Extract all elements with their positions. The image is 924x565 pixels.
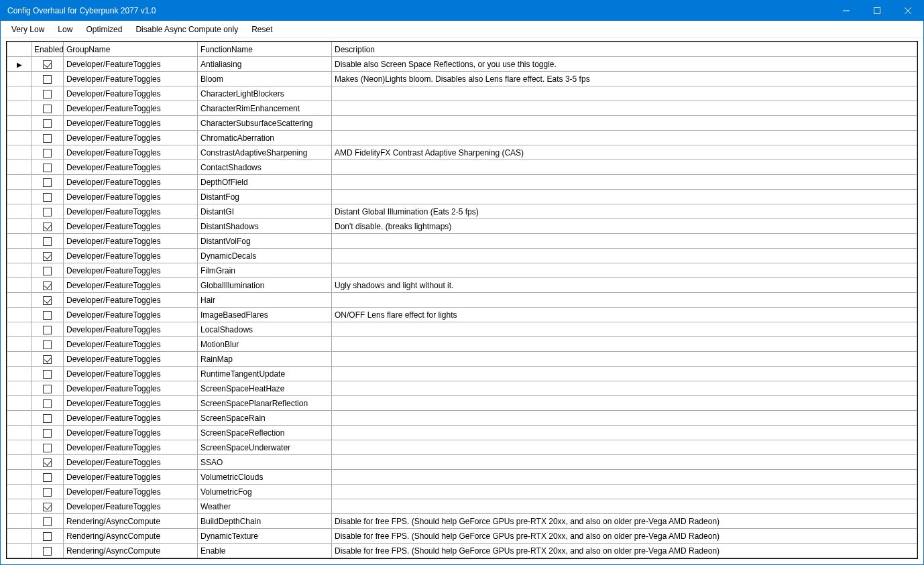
group-cell[interactable]: Developer/FeatureToggles xyxy=(64,352,198,367)
description-cell[interactable] xyxy=(332,499,917,514)
description-cell[interactable] xyxy=(332,396,917,411)
description-cell[interactable] xyxy=(332,322,917,337)
group-cell[interactable]: Developer/FeatureToggles xyxy=(64,86,198,101)
function-cell[interactable]: ScreenSpaceReflection xyxy=(198,426,332,440)
group-cell[interactable]: Developer/FeatureToggles xyxy=(64,381,198,396)
description-cell[interactable] xyxy=(332,263,917,278)
row-marker-cell[interactable] xyxy=(7,263,32,278)
table-row[interactable]: Developer/FeatureTogglesScreenSpaceUnder… xyxy=(7,440,917,455)
row-marker-cell[interactable] xyxy=(7,485,32,499)
row-marker-cell[interactable] xyxy=(7,455,32,470)
group-cell[interactable]: Developer/FeatureToggles xyxy=(64,131,198,145)
enabled-cell[interactable] xyxy=(32,367,64,381)
row-marker-cell[interactable] xyxy=(7,337,32,352)
enabled-cell[interactable] xyxy=(32,57,64,72)
group-cell[interactable]: Developer/FeatureToggles xyxy=(64,455,198,470)
description-cell[interactable] xyxy=(332,367,917,381)
table-row[interactable]: Developer/FeatureTogglesCharacterSubsurf… xyxy=(7,116,917,131)
enabled-checkbox[interactable] xyxy=(43,208,52,216)
description-cell[interactable]: Disable also Screen Space Reflections, o… xyxy=(332,57,917,72)
table-row[interactable]: Developer/FeatureTogglesContactShadows xyxy=(7,160,917,175)
description-cell[interactable]: Disable for free FPS. (Should help GeFor… xyxy=(332,529,917,544)
enabled-checkbox[interactable] xyxy=(43,252,52,261)
row-marker-cell[interactable] xyxy=(7,190,32,204)
table-row[interactable]: Developer/FeatureTogglesConstrastAdaptiv… xyxy=(7,145,917,160)
enabled-checkbox[interactable] xyxy=(43,311,52,320)
row-marker-cell[interactable] xyxy=(7,396,32,411)
group-cell[interactable]: Developer/FeatureToggles xyxy=(64,160,198,175)
enabled-checkbox[interactable] xyxy=(43,444,52,452)
row-marker-cell[interactable] xyxy=(7,293,32,308)
table-row[interactable]: Developer/FeatureTogglesDepthOfField xyxy=(7,175,917,190)
enabled-checkbox[interactable] xyxy=(43,281,52,290)
description-cell[interactable] xyxy=(332,381,917,396)
description-cell[interactable] xyxy=(332,352,917,367)
enabled-cell[interactable] xyxy=(32,396,64,411)
row-marker-cell[interactable] xyxy=(7,470,32,485)
group-cell[interactable]: Developer/FeatureToggles xyxy=(64,411,198,426)
function-cell[interactable]: LocalShadows xyxy=(198,322,332,337)
header-marker[interactable] xyxy=(7,42,32,57)
enabled-cell[interactable] xyxy=(32,352,64,367)
function-cell[interactable]: DistantVolFog xyxy=(198,234,332,249)
function-cell[interactable]: SSAO xyxy=(198,455,332,470)
header-description[interactable]: Description xyxy=(332,42,917,57)
row-marker-cell[interactable] xyxy=(7,101,32,116)
row-marker-cell[interactable] xyxy=(7,322,32,337)
enabled-checkbox[interactable] xyxy=(43,458,52,467)
enabled-cell[interactable] xyxy=(32,116,64,131)
enabled-cell[interactable] xyxy=(32,455,64,470)
row-marker-cell[interactable] xyxy=(7,529,32,544)
enabled-cell[interactable] xyxy=(32,470,64,485)
description-cell[interactable] xyxy=(332,160,917,175)
description-cell[interactable] xyxy=(332,440,917,455)
row-marker-cell[interactable] xyxy=(7,204,32,219)
description-cell[interactable] xyxy=(332,426,917,440)
description-cell[interactable] xyxy=(332,234,917,249)
group-cell[interactable]: Developer/FeatureToggles xyxy=(64,440,198,455)
function-cell[interactable]: CharacterLightBlockers xyxy=(198,86,332,101)
description-cell[interactable]: AMD FidelityFX Contrast Adaptive Sharpen… xyxy=(332,145,917,160)
table-row[interactable]: ▶Developer/FeatureTogglesAntialiasingDis… xyxy=(7,57,917,72)
menu-low[interactable]: Low xyxy=(51,22,79,37)
group-cell[interactable]: Developer/FeatureToggles xyxy=(64,322,198,337)
enabled-cell[interactable] xyxy=(32,131,64,145)
function-cell[interactable]: ImageBasedFlares xyxy=(198,308,332,322)
group-cell[interactable]: Rendering/AsyncCompute xyxy=(64,529,198,544)
group-cell[interactable]: Developer/FeatureToggles xyxy=(64,485,198,499)
function-cell[interactable]: DynamicDecals xyxy=(198,249,332,263)
row-marker-cell[interactable] xyxy=(7,514,32,529)
description-cell[interactable] xyxy=(332,131,917,145)
description-cell[interactable]: Distant Global Illumination (Eats 2-5 fp… xyxy=(332,204,917,219)
enabled-cell[interactable] xyxy=(32,440,64,455)
enabled-checkbox[interactable] xyxy=(43,547,52,556)
function-cell[interactable]: Hair xyxy=(198,293,332,308)
enabled-checkbox[interactable] xyxy=(43,429,52,438)
function-cell[interactable]: BuildDepthChain xyxy=(198,514,332,529)
table-row[interactable]: Developer/FeatureTogglesWeather xyxy=(7,499,917,514)
enabled-checkbox[interactable] xyxy=(43,60,52,69)
menu-optimized[interactable]: Optimized xyxy=(79,22,129,37)
enabled-checkbox[interactable] xyxy=(43,223,52,231)
group-cell[interactable]: Developer/FeatureToggles xyxy=(64,204,198,219)
function-cell[interactable]: ScreenSpaceHeatHaze xyxy=(198,381,332,396)
function-cell[interactable]: ConstrastAdaptiveSharpening xyxy=(198,145,332,160)
enabled-cell[interactable] xyxy=(32,544,64,558)
table-row[interactable]: Rendering/AsyncComputeEnableDisable for … xyxy=(7,544,917,558)
enabled-cell[interactable] xyxy=(32,175,64,190)
row-marker-cell[interactable] xyxy=(7,145,32,160)
group-cell[interactable]: Developer/FeatureToggles xyxy=(64,396,198,411)
header-enabled[interactable]: Enabled xyxy=(32,42,64,57)
group-cell[interactable]: Developer/FeatureToggles xyxy=(64,57,198,72)
row-marker-cell[interactable]: ▶ xyxy=(7,57,32,72)
enabled-cell[interactable] xyxy=(32,72,64,86)
header-group[interactable]: GroupName xyxy=(64,42,198,57)
enabled-checkbox[interactable] xyxy=(43,164,52,172)
description-cell[interactable] xyxy=(332,86,917,101)
enabled-cell[interactable] xyxy=(32,204,64,219)
enabled-cell[interactable] xyxy=(32,293,64,308)
enabled-cell[interactable] xyxy=(32,381,64,396)
function-cell[interactable]: DistantShadows xyxy=(198,219,332,234)
row-marker-cell[interactable] xyxy=(7,86,32,101)
group-cell[interactable]: Developer/FeatureToggles xyxy=(64,278,198,293)
